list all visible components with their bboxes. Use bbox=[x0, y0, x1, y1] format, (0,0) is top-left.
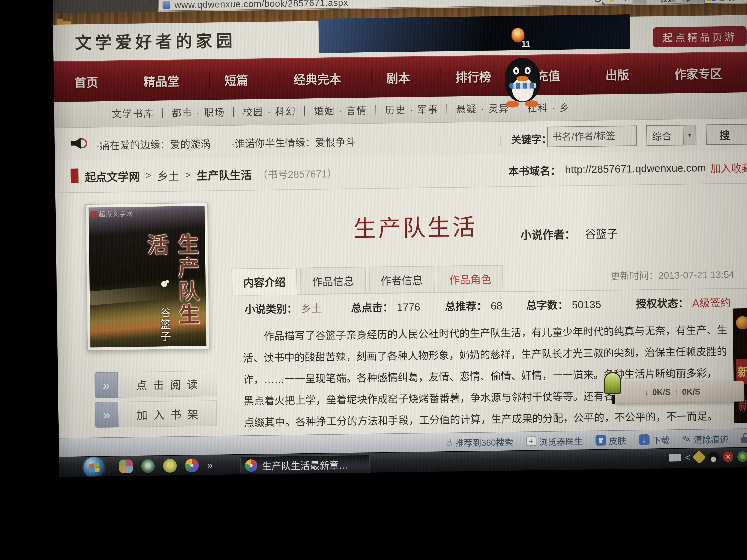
search-magnifier-icon[interactable] bbox=[594, 0, 601, 2]
nav-item-ranking[interactable]: 排行榜 bbox=[440, 68, 493, 85]
keyboard-tray-icon[interactable] bbox=[669, 454, 681, 462]
book-domain-link[interactable]: http://2857671.qdwenxue.com bbox=[565, 161, 706, 176]
nav-item-boutique[interactable]: 精品堂 bbox=[128, 72, 181, 90]
breadcrumb-site[interactable]: 起点文学网 bbox=[85, 167, 140, 184]
download-speed: 0K/S bbox=[652, 387, 671, 397]
lightning-icon: ⚡ bbox=[651, 0, 658, 3]
book-domain-row: 本书域名： http://2857671.qdwenxue.com 加入收藏 bbox=[508, 150, 747, 187]
nav-item-short[interactable]: 短篇 bbox=[209, 71, 251, 88]
address-url[interactable]: www.qdwenxue.com/book/2857671.aspx bbox=[174, 0, 348, 10]
security-tray-icon[interactable] bbox=[738, 451, 747, 462]
qq-tray-icon[interactable] bbox=[708, 452, 719, 462]
recommend-360-button[interactable]: ☝ 推荐到360搜索 bbox=[446, 435, 513, 449]
browser-pinwheel-icon bbox=[245, 459, 257, 472]
add-favorite-link[interactable]: 加入收藏 bbox=[710, 159, 747, 175]
taskbar-task-button[interactable]: 生产队生活最新章… bbox=[240, 455, 370, 475]
double-chevron-icon: » bbox=[95, 402, 119, 428]
notification-count: 11 bbox=[521, 39, 531, 49]
monitor-screen: www.qdwenxue.com/book/2857671.aspx ★ ▼ ⚡… bbox=[53, 0, 747, 477]
header-banner-image bbox=[318, 15, 630, 53]
download-arrow-icon: ↓ bbox=[644, 388, 649, 397]
warning-tray-icon[interactable] bbox=[693, 450, 706, 464]
ad-decor bbox=[736, 316, 747, 330]
windows-logo-icon bbox=[89, 463, 99, 473]
alert-tray-icon[interactable]: × bbox=[723, 452, 733, 462]
book-cover[interactable]: 起点文学网 生产队生活 谷篮子 bbox=[85, 203, 210, 351]
search-category-value: 综合 bbox=[652, 128, 671, 142]
tab-work-info[interactable]: 作品信息 bbox=[300, 267, 366, 295]
network-speed-widget[interactable]: ↓ 0K/S ↑ 0K/S bbox=[615, 381, 745, 403]
forward-play-icon[interactable]: ▶ bbox=[687, 0, 694, 3]
side-ad-banner[interactable]: 新 新 bbox=[732, 308, 747, 423]
cover-site-logo: 起点文学网 bbox=[91, 209, 133, 218]
updated-time: 更新时间：2013-07-21 13:54 bbox=[610, 267, 735, 283]
author-line: 小说作者： 谷篮子 bbox=[520, 225, 618, 242]
breadcrumb-separator: > bbox=[146, 170, 151, 181]
add-to-shelf-label: 加入书架 bbox=[118, 400, 217, 427]
stat-wordcount: 总字数：50135 bbox=[526, 296, 601, 312]
browser-pinwheel-icon[interactable] bbox=[185, 458, 199, 472]
upload-speed: 0K/S bbox=[682, 387, 700, 397]
upload-arrow-icon: ↑ bbox=[674, 387, 678, 397]
breadcrumb-book[interactable]: 生产队生活 bbox=[197, 166, 252, 183]
quick-launch-icon[interactable] bbox=[119, 459, 133, 473]
logo-mark-icon bbox=[91, 211, 97, 217]
speed-mode-button[interactable]: ⚡ 极速 bbox=[645, 0, 682, 4]
stat-category: 小说类别：乡土 bbox=[244, 300, 322, 316]
cover-author-vertical: 谷篮子 bbox=[157, 307, 173, 343]
stat-license: 授权状态：A级签约 bbox=[636, 294, 731, 311]
quick-launch-icon[interactable] bbox=[141, 459, 155, 473]
shirt-icon bbox=[595, 435, 606, 446]
add-to-shelf-button[interactable]: » 加入书架 bbox=[95, 400, 217, 428]
google-search-box[interactable]: 谷歌 bbox=[704, 0, 747, 4]
favorite-star-icon[interactable]: ★ bbox=[607, 0, 616, 4]
brush-icon: ✎ bbox=[681, 433, 692, 446]
quick-launch-icon[interactable] bbox=[163, 459, 177, 473]
overflow-chevron-icon[interactable]: » bbox=[207, 459, 213, 471]
promo-button[interactable]: 起点精品页游 bbox=[653, 26, 747, 48]
start-button[interactable] bbox=[83, 457, 105, 477]
search-button[interactable]: 搜 bbox=[706, 124, 747, 145]
tray-expand-icon[interactable]: < bbox=[685, 452, 691, 462]
browser-doctor-button[interactable]: + 浏览器医生 bbox=[526, 434, 583, 448]
skin-button[interactable]: 皮肤 bbox=[595, 434, 626, 447]
keyword-label: 关键字： bbox=[511, 131, 551, 146]
tab-characters[interactable]: 作品角色 bbox=[437, 265, 503, 293]
nav-item-home[interactable]: 首页 bbox=[72, 73, 101, 90]
clear-traces-button[interactable]: ✎ 清除痕迹 bbox=[682, 432, 729, 445]
announcement-link[interactable]: ·谁诺你半生情缘：爱恨争斗 bbox=[231, 134, 355, 151]
lock-icon bbox=[741, 433, 747, 444]
breadcrumb: 起点文学网 > 乡土 > 生产队生活 （书号2857671） bbox=[85, 156, 337, 193]
flame-notification[interactable]: 11 bbox=[511, 27, 532, 53]
author-name[interactable]: 谷篮子 bbox=[585, 228, 618, 240]
read-now-button[interactable]: » 点击阅读 bbox=[95, 371, 217, 398]
tab-author-info[interactable]: 作者信息 bbox=[369, 266, 435, 294]
download-button[interactable]: ↓ 下载 bbox=[639, 433, 670, 446]
dropdown-arrow-icon[interactable]: ▼ bbox=[683, 125, 696, 145]
qq-penguin-mascot[interactable] bbox=[500, 58, 546, 106]
speed-mode-label: 极速 bbox=[659, 0, 676, 4]
stat-recommends: 总推荐：68 bbox=[445, 297, 503, 313]
chevron-down-icon[interactable]: ▼ bbox=[622, 0, 629, 2]
task-title: 生产队生活最新章… bbox=[262, 457, 349, 472]
announcement-link[interactable]: ·痛在爱的边缘：爱的漩涡 bbox=[96, 136, 210, 152]
speaker-icon bbox=[71, 136, 87, 151]
site-slogan: 文学爱好者的家园 bbox=[75, 27, 236, 54]
search-input[interactable] bbox=[547, 125, 637, 147]
breadcrumb-category[interactable]: 乡土 bbox=[157, 167, 179, 183]
privacy-button[interactable]: 隐私 bbox=[741, 432, 747, 445]
nav-item-script[interactable]: 剧本 bbox=[371, 69, 412, 86]
stat-clicks: 总点击：1776 bbox=[351, 298, 420, 315]
nav-item-classic[interactable]: 经典完本 bbox=[279, 70, 343, 88]
search-category-select[interactable]: 综合 ▼ bbox=[646, 125, 696, 146]
quick-launch: » bbox=[119, 458, 213, 473]
double-chevron-icon: » bbox=[95, 372, 118, 398]
book-number: （书号2857671） bbox=[257, 165, 337, 181]
google-label: 谷歌 bbox=[718, 0, 735, 3]
author-label: 小说作者： bbox=[520, 228, 575, 241]
lamp-icon bbox=[604, 372, 621, 394]
breadcrumb-marker bbox=[71, 168, 78, 183]
tab-intro[interactable]: 内容介绍 bbox=[231, 268, 297, 296]
nav-item-writers[interactable]: 作家专区 bbox=[659, 64, 724, 82]
nav-item-publish[interactable]: 出版 bbox=[590, 65, 632, 83]
